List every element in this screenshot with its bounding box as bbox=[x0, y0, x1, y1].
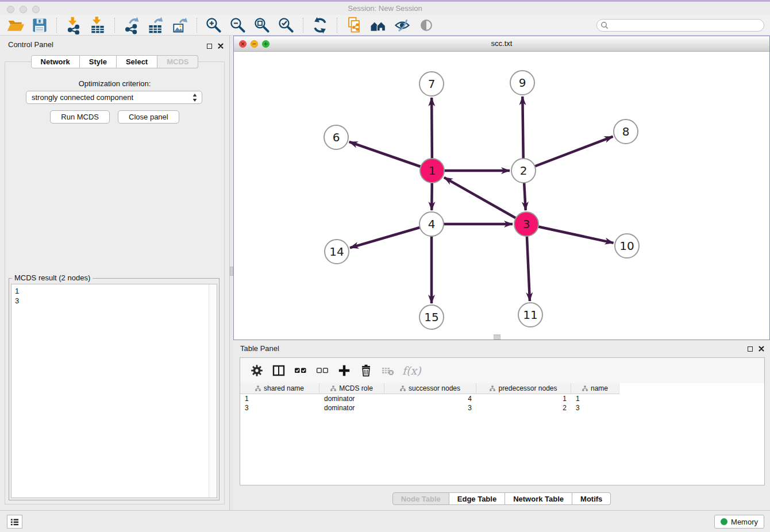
tab-network[interactable]: Network bbox=[31, 55, 80, 68]
close-table-panel-icon[interactable] bbox=[759, 344, 764, 354]
table-cell[interactable]: 4 bbox=[384, 394, 476, 403]
open-session-icon[interactable] bbox=[6, 16, 25, 35]
edge-3-1[interactable] bbox=[444, 178, 526, 224]
float-panel-icon[interactable] bbox=[207, 44, 212, 49]
tab-node-table[interactable]: Node Table bbox=[392, 492, 449, 505]
node-10[interactable]: 10 bbox=[615, 234, 639, 258]
deselect-all-icon[interactable] bbox=[314, 362, 331, 379]
export-image-icon[interactable] bbox=[170, 16, 190, 35]
table-cell[interactable]: 3 bbox=[240, 403, 319, 413]
svg-text:9: 9 bbox=[519, 76, 526, 90]
import-network-icon[interactable] bbox=[64, 16, 83, 35]
node-1[interactable]: 1 bbox=[420, 159, 444, 183]
table-cell[interactable]: 1 bbox=[476, 394, 571, 403]
tab-motifs[interactable]: Motifs bbox=[572, 492, 611, 505]
node-7[interactable]: 7 bbox=[419, 72, 444, 96]
toolbar-separator bbox=[114, 18, 115, 33]
node-2[interactable]: 2 bbox=[511, 159, 536, 183]
refresh-layout-icon[interactable] bbox=[310, 16, 330, 35]
node-3[interactable]: 3 bbox=[514, 212, 538, 236]
column-header-successor-nodes[interactable]: successor nodes bbox=[384, 383, 476, 394]
table-cell[interactable]: 3 bbox=[384, 403, 476, 413]
zoom-in-icon[interactable] bbox=[204, 16, 224, 35]
optimization-criterion-label: Optimization criterion: bbox=[5, 79, 224, 88]
close-panel-icon[interactable] bbox=[218, 41, 224, 51]
close-panel-button[interactable]: Close panel bbox=[118, 110, 179, 124]
network-view-window: scc.txt 7968124314101511 bbox=[233, 36, 770, 340]
save-session-icon[interactable] bbox=[30, 16, 49, 35]
select-all-icon[interactable] bbox=[292, 362, 309, 379]
node-9[interactable]: 9 bbox=[510, 71, 534, 95]
zoom-fit-icon[interactable] bbox=[252, 16, 272, 35]
node-11[interactable]: 11 bbox=[518, 303, 542, 327]
show-hide-icon[interactable] bbox=[392, 16, 412, 35]
tab-style[interactable]: Style bbox=[80, 55, 117, 68]
optimization-criterion-select[interactable]: strongly connected component bbox=[26, 91, 202, 104]
memory-button[interactable]: Memory bbox=[714, 515, 764, 529]
search-field[interactable] bbox=[596, 19, 764, 32]
list-icon bbox=[10, 517, 20, 527]
network-graph: 7968124314101511 bbox=[234, 52, 769, 340]
table-cell[interactable]: 3 bbox=[571, 403, 619, 413]
tab-mcds[interactable]: MCDS bbox=[157, 55, 198, 68]
sort-icon bbox=[330, 385, 336, 391]
node-6[interactable]: 6 bbox=[324, 125, 348, 149]
table-cell[interactable]: 1 bbox=[240, 394, 319, 403]
export-network-icon[interactable] bbox=[122, 16, 141, 35]
result-scrollbar[interactable] bbox=[209, 284, 217, 498]
edge-3-10[interactable] bbox=[526, 224, 614, 243]
clone-network-icon[interactable] bbox=[344, 16, 364, 35]
float-table-panel-icon[interactable] bbox=[748, 346, 753, 352]
mcds-result-textarea[interactable]: 1 3 bbox=[11, 284, 217, 498]
edge-1-6[interactable] bbox=[349, 142, 432, 171]
first-neighbors-icon[interactable] bbox=[368, 16, 388, 35]
column-header-name[interactable]: name bbox=[571, 383, 619, 394]
network-window-title: scc.txt bbox=[234, 39, 769, 48]
zoom-selected-icon[interactable] bbox=[276, 16, 296, 35]
table-body: 1dominator4113dominator323 bbox=[240, 394, 764, 413]
toolbar-separator bbox=[337, 18, 337, 33]
table-panel-title: Table Panel bbox=[240, 344, 279, 353]
edge-4-14[interactable] bbox=[350, 224, 432, 248]
node-14[interactable]: 14 bbox=[325, 240, 349, 264]
zoom-out-icon[interactable] bbox=[228, 16, 248, 35]
tab-network-table[interactable]: Network Table bbox=[505, 492, 572, 505]
network-canvas[interactable]: 7968124314101511 bbox=[234, 52, 769, 340]
network-window-titlebar[interactable]: scc.txt bbox=[234, 36, 769, 52]
run-mcds-button[interactable]: Run MCDS bbox=[50, 110, 110, 124]
toolbar-separator bbox=[197, 18, 197, 33]
svg-text:15: 15 bbox=[424, 310, 438, 324]
import-table-icon[interactable] bbox=[88, 16, 107, 35]
svg-text:2: 2 bbox=[520, 164, 528, 178]
delete-row-icon[interactable] bbox=[357, 362, 375, 379]
table-row[interactable]: 3dominator323 bbox=[240, 403, 764, 413]
table-row[interactable]: 1dominator411 bbox=[240, 394, 764, 403]
table-cell[interactable]: 2 bbox=[476, 403, 571, 413]
add-row-icon[interactable] bbox=[336, 362, 353, 379]
column-header-predecessor-nodes[interactable]: predecessor nodes bbox=[476, 383, 571, 394]
table-cell[interactable]: dominator bbox=[319, 403, 384, 413]
column-header-MCDS-role[interactable]: MCDS role bbox=[319, 383, 384, 394]
column-header-shared-name[interactable]: shared name bbox=[240, 383, 319, 394]
node-8[interactable]: 8 bbox=[614, 119, 638, 144]
mcds-result-title: MCDS result (2 nodes) bbox=[12, 273, 93, 282]
node-15[interactable]: 15 bbox=[419, 305, 444, 329]
memory-label: Memory bbox=[731, 518, 758, 526]
svg-text:8: 8 bbox=[622, 125, 630, 138]
table-cell[interactable]: 1 bbox=[571, 394, 619, 403]
edge-2-8[interactable] bbox=[523, 137, 613, 171]
horizontal-split-grip[interactable] bbox=[494, 336, 500, 340]
task-history-button[interactable] bbox=[7, 515, 22, 529]
tab-edge-table[interactable]: Edge Table bbox=[449, 492, 505, 505]
settings-icon[interactable] bbox=[248, 362, 265, 379]
control-panel: Control Panel NetworkStyleSelectMCDS Opt… bbox=[0, 36, 230, 510]
sort-icon bbox=[582, 385, 588, 391]
tab-select[interactable]: Select bbox=[117, 55, 157, 68]
svg-text:6: 6 bbox=[333, 130, 340, 144]
export-table-icon[interactable] bbox=[146, 16, 165, 35]
columns-icon[interactable] bbox=[270, 362, 287, 379]
node-4[interactable]: 4 bbox=[419, 212, 444, 236]
svg-text:1: 1 bbox=[429, 164, 436, 178]
table-cell[interactable]: dominator bbox=[319, 394, 384, 403]
toolbar-separator bbox=[303, 18, 303, 33]
